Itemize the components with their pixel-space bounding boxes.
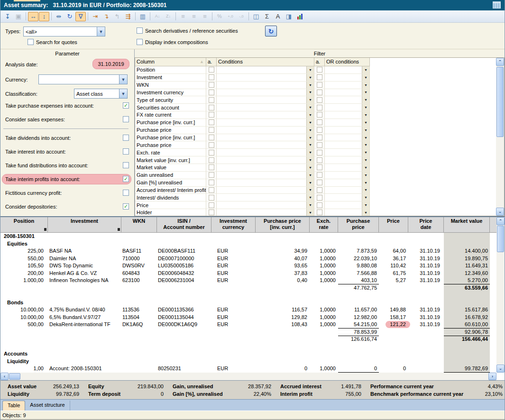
column-header-position[interactable]: Position — [0, 217, 48, 233]
parameter-checkbox[interactable]: ✓ — [123, 102, 129, 109]
filter-and-checkbox[interactable] — [209, 105, 214, 110]
filter-or-condition-cell[interactable]: ▼ — [325, 179, 370, 187]
chevron-down-icon[interactable]: ▼ — [306, 179, 314, 186]
filter-or-condition-cell[interactable]: ▼ — [325, 172, 370, 179]
table-row[interactable]: 105,50DWS Top DynamicDWS0RVLU0350005186E… — [0, 262, 496, 270]
filter-and-checkbox[interactable] — [209, 74, 214, 80]
filter-or-checkbox[interactable] — [317, 105, 322, 110]
column-settings-icon[interactable]: ⇶ — [123, 12, 133, 21]
parameter-checkbox[interactable] — [123, 135, 129, 141]
table-properties-icon[interactable]: ◨ — [284, 12, 294, 21]
column-header-purchase[interactable]: Purchase price — [338, 217, 379, 233]
chevron-down-icon[interactable]: ▼ — [362, 127, 369, 134]
filter-and-checkbox[interactable] — [209, 210, 214, 215]
currency-dropdown[interactable]: ▼ — [38, 74, 128, 84]
chevron-down-icon[interactable]: ▼ — [362, 172, 369, 179]
filter-or-checkbox[interactable] — [317, 150, 322, 155]
filter-or-checkbox[interactable] — [317, 187, 322, 193]
chevron-down-icon[interactable]: ▼ — [306, 172, 314, 179]
display-index-checkbox[interactable] — [137, 39, 143, 45]
filter-condition-cell[interactable]: ▼ — [217, 66, 314, 74]
filter-condition-cell[interactable]: ▼ — [217, 111, 314, 119]
table-hscrollbar-thumb[interactable] — [9, 373, 20, 380]
chevron-down-icon[interactable]: ▼ — [362, 187, 369, 194]
filter-condition-cell[interactable]: ▼ — [217, 156, 314, 164]
classification-dropdown[interactable]: Asset class ▼ — [74, 89, 128, 99]
filter-condition-cell[interactable]: ▼ — [217, 74, 314, 82]
filter-condition-cell[interactable]: ▼ — [217, 187, 314, 194]
sum-icon[interactable]: Σ — [262, 12, 272, 21]
filter-condition-cell[interactable]: ▼ — [217, 201, 314, 209]
filter-and-checkbox[interactable] — [209, 82, 214, 88]
search-quotes-checkbox[interactable] — [28, 39, 34, 45]
filter-condition-cell[interactable]: ▼ — [217, 149, 314, 156]
filter-and-checkbox[interactable] — [209, 112, 214, 118]
filter-and-checkbox[interactable] — [209, 164, 214, 170]
filter-condition-cell[interactable]: ▼ — [217, 119, 314, 127]
chevron-down-icon[interactable]: ▼ — [306, 104, 314, 111]
scroll-up-icon[interactable]: ⌃ — [496, 58, 504, 66]
chevron-down-icon[interactable]: ▼ — [306, 209, 314, 216]
filter-or-condition-cell[interactable]: ▼ — [325, 111, 370, 119]
scroll-up-icon[interactable]: ⌃ — [496, 217, 505, 225]
parameter-checkbox[interactable] — [123, 116, 129, 122]
filter-or-condition-cell[interactable]: ▼ — [325, 164, 370, 172]
filter-col-header-column[interactable]: Column▲ — [135, 58, 206, 66]
filter-or-condition-cell[interactable]: ▼ — [325, 119, 370, 127]
chevron-down-icon[interactable]: ▼ — [306, 96, 314, 103]
filter-or-checkbox[interactable] — [317, 157, 322, 163]
filter-or-checkbox[interactable] — [317, 135, 322, 140]
table-horizontal-scrollbar[interactable]: ‹ › — [0, 373, 496, 380]
chevron-down-icon[interactable]: ▼ — [362, 96, 369, 103]
table-row[interactable]: 10.000,006,5% Bundanl.V.97/27113504DE000… — [0, 314, 496, 321]
filter-scrollbar[interactable]: ⌃ ⌄ — [496, 58, 504, 216]
chevron-down-icon[interactable]: ▼ — [362, 89, 369, 96]
search-derivatives-checkbox[interactable] — [137, 27, 143, 34]
filter-condition-cell[interactable]: ▼ — [217, 209, 314, 216]
filter-condition-cell[interactable]: ▼ — [217, 164, 314, 172]
filter-and-checkbox[interactable] — [209, 97, 214, 103]
filter-or-checkbox[interactable] — [317, 142, 322, 148]
scroll-down-icon[interactable]: ⌄ — [496, 365, 505, 373]
filter-and-checkbox[interactable] — [209, 172, 214, 178]
chevron-down-icon[interactable]: ▼ — [306, 156, 314, 164]
group-columns-icon[interactable]: ◫ — [251, 12, 261, 21]
chevron-down-icon[interactable]: ▼ — [306, 201, 314, 209]
filter-and-checkbox[interactable] — [209, 157, 214, 163]
chevron-down-icon[interactable]: ▼ — [362, 74, 369, 81]
chevron-down-icon[interactable]: ▼ — [306, 141, 314, 148]
filter-and-checkbox[interactable] — [209, 67, 214, 73]
filter-condition-cell[interactable]: ▼ — [217, 96, 314, 104]
filter-or-checkbox[interactable] — [317, 202, 322, 208]
filter-or-condition-cell[interactable]: ▼ — [325, 201, 370, 209]
chevron-down-icon[interactable]: ▼ — [306, 134, 314, 141]
chevron-down-icon[interactable]: ▼ — [362, 156, 369, 164]
chevron-down-icon[interactable]: ▼ — [362, 134, 369, 141]
column-header-market[interactable]: Market value — [444, 217, 490, 233]
filter-or-condition-cell[interactable]: ▼ — [325, 134, 370, 142]
column-header-price[interactable]: Price — [379, 217, 408, 233]
chevron-down-icon[interactable]: ▼ — [362, 164, 369, 171]
table-view-icon[interactable] — [493, 1, 501, 9]
filter-or-checkbox[interactable] — [317, 164, 322, 170]
chevron-down-icon[interactable]: ▼ — [362, 201, 369, 209]
filter-and-checkbox[interactable] — [209, 150, 214, 155]
table-row[interactable]: 225,00BASF NABASF11DE000BASF111EUR34,991… — [0, 247, 496, 255]
filter-and-checkbox[interactable] — [209, 180, 214, 185]
filter-or-checkbox[interactable] — [317, 82, 322, 88]
scroll-right-icon[interactable]: › — [488, 373, 496, 380]
font-icon[interactable]: A — [273, 12, 283, 21]
column-header-exch.[interactable]: Exch. rate — [310, 217, 338, 233]
column-header-price[interactable]: Price date — [408, 217, 444, 233]
filter-or-checkbox[interactable] — [317, 180, 322, 185]
chevron-down-icon[interactable]: ▼ — [306, 82, 314, 89]
filter-scrollbar-thumb[interactable] — [496, 67, 504, 137]
chevron-down-icon[interactable]: ▼ — [306, 149, 314, 156]
types-dropdown[interactable]: <all> ▼ — [23, 27, 105, 37]
chevron-down-icon[interactable]: ▼ — [306, 194, 314, 201]
chevron-down-icon[interactable]: ▼ — [362, 104, 369, 111]
chart-icon[interactable] — [294, 12, 305, 21]
filter-or-condition-cell[interactable]: ▼ — [325, 104, 370, 111]
insert-column-icon[interactable]: ⇥ — [90, 12, 101, 21]
filter-condition-cell[interactable]: ▼ — [217, 141, 314, 149]
